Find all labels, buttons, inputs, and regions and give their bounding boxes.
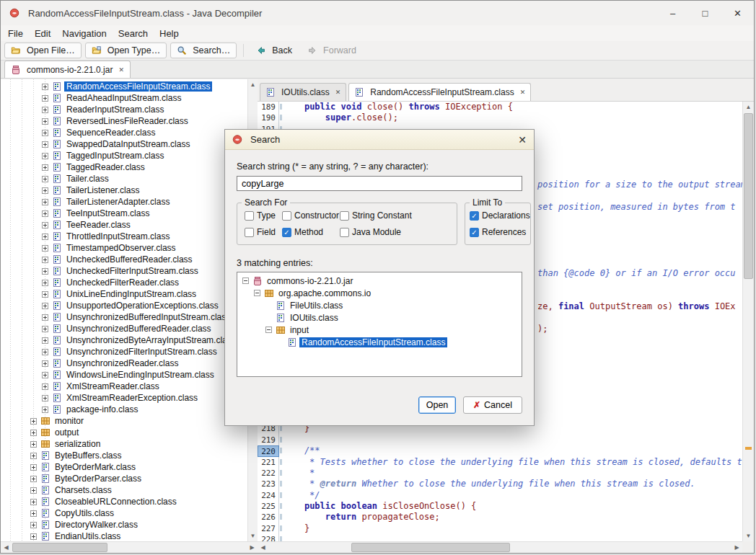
- tree-item[interactable]: package-info.class: [1, 404, 247, 415]
- open-button[interactable]: Open: [418, 396, 456, 414]
- checkbox-unchecked-icon[interactable]: [245, 228, 254, 237]
- dialog-title-bar[interactable]: Search ✕: [225, 130, 534, 150]
- open-type-button[interactable]: Open Type…: [85, 43, 167, 58]
- editor-vertical-scrollbar[interactable]: ▲ ▼: [742, 102, 754, 541]
- checkbox-string-constant[interactable]: String Constant: [340, 210, 457, 221]
- tab-jar[interactable]: commons-io-2.21.0.jar ✕: [4, 61, 131, 78]
- tab-close-icon[interactable]: ✕: [118, 66, 124, 74]
- plus-icon[interactable]: [30, 440, 38, 448]
- code-line[interactable]: 222 *: [258, 468, 742, 479]
- tree-item[interactable]: commons-io-2.21.0.jar: [237, 275, 522, 287]
- plus-icon[interactable]: [30, 417, 38, 425]
- plus-icon[interactable]: [41, 406, 49, 414]
- plus-icon[interactable]: [41, 221, 49, 229]
- code-line[interactable]: 189 public void close() throws IOExcepti…: [258, 102, 742, 112]
- code-line[interactable]: 220 /**: [258, 445, 742, 456]
- plus-icon[interactable]: [30, 429, 38, 437]
- scroll-up-arrow[interactable]: ▲: [248, 79, 258, 90]
- plus-icon[interactable]: [41, 383, 49, 391]
- back-button[interactable]: Back: [250, 43, 298, 58]
- tree-item[interactable]: ReversedLinesFileReader.class: [1, 115, 247, 127]
- plus-icon[interactable]: [41, 210, 49, 218]
- checkbox-checked-icon[interactable]: ✓: [470, 211, 479, 221]
- tree-item[interactable]: RandomAccessFileInputStream.class: [237, 336, 522, 348]
- forward-button[interactable]: Forward: [302, 43, 362, 58]
- scrollbar-thumb[interactable]: [744, 113, 753, 279]
- tree-item[interactable]: UnsynchronizedFilterInputStream.class: [1, 346, 247, 358]
- search-input[interactable]: [237, 176, 522, 191]
- scrollbar-thumb[interactable]: [12, 543, 107, 552]
- open-file-button[interactable]: Open File…: [4, 43, 82, 58]
- plus-icon[interactable]: [41, 256, 49, 264]
- tree-item[interactable]: TimestampedObserver.class: [1, 242, 247, 254]
- checkbox-unchecked-icon[interactable]: [340, 211, 349, 221]
- tree-item[interactable]: CloseableURLConnection.class: [1, 496, 247, 507]
- scroll-left-arrow[interactable]: ◀: [1, 542, 12, 553]
- menu-help[interactable]: Help: [154, 27, 185, 40]
- code-line[interactable]: 227 }: [258, 523, 742, 534]
- tree-item[interactable]: ByteOrderMark.class: [1, 461, 247, 473]
- tree-item[interactable]: TeeInputStream.class: [1, 208, 247, 219]
- scroll-up-arrow[interactable]: ▲: [743, 102, 754, 112]
- tree-item[interactable]: UncheckedFilterInputStream.class: [1, 265, 247, 277]
- plus-icon[interactable]: [41, 302, 49, 310]
- editor-horizontal-scrollbar[interactable]: ◀ ▶: [258, 541, 742, 553]
- tree-item[interactable]: Charsets.class: [1, 484, 247, 496]
- tree-item[interactable]: EndianUtils.class: [1, 530, 247, 541]
- tree-item[interactable]: UnsupportedOperationExceptions.class: [1, 300, 247, 311]
- tree-item[interactable]: ThrottledInputStream.class: [1, 231, 247, 242]
- plus-icon[interactable]: [41, 198, 49, 206]
- scroll-left-arrow[interactable]: ◀: [258, 542, 268, 553]
- tree-item[interactable]: TailerListener.class: [1, 185, 247, 196]
- tab-close-icon[interactable]: ✕: [335, 89, 341, 96]
- plus-icon[interactable]: [41, 314, 49, 321]
- tree-item[interactable]: SwappedDataInputStream.class: [1, 138, 247, 150]
- tree-item[interactable]: TeeReader.class: [1, 219, 247, 231]
- scrollbar-thumb[interactable]: [351, 543, 510, 552]
- tree-item[interactable]: IOUtils.class: [237, 311, 522, 324]
- code-line[interactable]: 221 * Tests whether to close the underly…: [258, 457, 742, 468]
- tree-item[interactable]: SequenceReader.class: [1, 127, 247, 138]
- plus-icon[interactable]: [30, 452, 38, 460]
- plus-icon[interactable]: [30, 463, 38, 471]
- plus-icon[interactable]: [41, 290, 49, 298]
- minus-icon[interactable]: [242, 277, 250, 285]
- code-line[interactable]: 223 * @return Whether to close the under…: [258, 479, 742, 489]
- tree-item[interactable]: DirectoryWalker.class: [1, 519, 247, 530]
- plus-icon[interactable]: [41, 187, 49, 195]
- checkbox-checked-icon[interactable]: ✓: [470, 228, 479, 237]
- plus-icon[interactable]: [41, 94, 49, 102]
- tree-item[interactable]: XmlStreamReaderException.class: [1, 392, 247, 404]
- editor-tab[interactable]: IOUtils.class✕: [260, 83, 346, 101]
- checkbox-unchecked-icon[interactable]: [245, 211, 254, 221]
- minimize-button[interactable]: –: [656, 1, 689, 25]
- plus-icon[interactable]: [41, 279, 49, 287]
- menu-edit[interactable]: Edit: [29, 27, 56, 40]
- tree-horizontal-scrollbar[interactable]: ◀ ▶: [1, 541, 258, 553]
- tree-item[interactable]: TailerListenerAdapter.class: [1, 196, 247, 208]
- editor-tab[interactable]: RandomAccessFileInputStream.class✕: [348, 83, 531, 101]
- code-line[interactable]: 226 return propagateClose;: [258, 512, 742, 523]
- tree-item[interactable]: RandomAccessFileInputStream.class: [1, 81, 247, 92]
- tree-item[interactable]: input: [237, 324, 522, 336]
- plus-icon[interactable]: [41, 394, 49, 402]
- tree-item[interactable]: UncheckedFilterReader.class: [1, 277, 247, 288]
- title-bar[interactable]: RandomAccessFileInputStream.class - Java…: [1, 1, 754, 25]
- tree-item[interactable]: CopyUtils.class: [1, 507, 247, 519]
- search-button[interactable]: Search…: [170, 43, 237, 58]
- code-line[interactable]: 219: [258, 435, 742, 445]
- menu-file[interactable]: File: [2, 27, 29, 40]
- minus-icon[interactable]: [265, 326, 273, 334]
- tree-item[interactable]: ReaderInputStream.class: [1, 104, 247, 115]
- code-line[interactable]: 228: [258, 534, 742, 541]
- checkbox-checked-icon[interactable]: ✓: [282, 228, 291, 237]
- plus-icon[interactable]: [41, 129, 49, 137]
- checkbox-field[interactable]: Field: [245, 227, 282, 237]
- checkbox-unchecked-icon[interactable]: [282, 211, 291, 221]
- plus-icon[interactable]: [41, 141, 49, 148]
- tree-item[interactable]: ByteOrderParser.class: [1, 473, 247, 484]
- checkbox-type[interactable]: Type: [245, 210, 282, 221]
- maximize-button[interactable]: □: [689, 1, 721, 25]
- plus-icon[interactable]: [41, 175, 49, 183]
- plus-icon[interactable]: [41, 371, 49, 379]
